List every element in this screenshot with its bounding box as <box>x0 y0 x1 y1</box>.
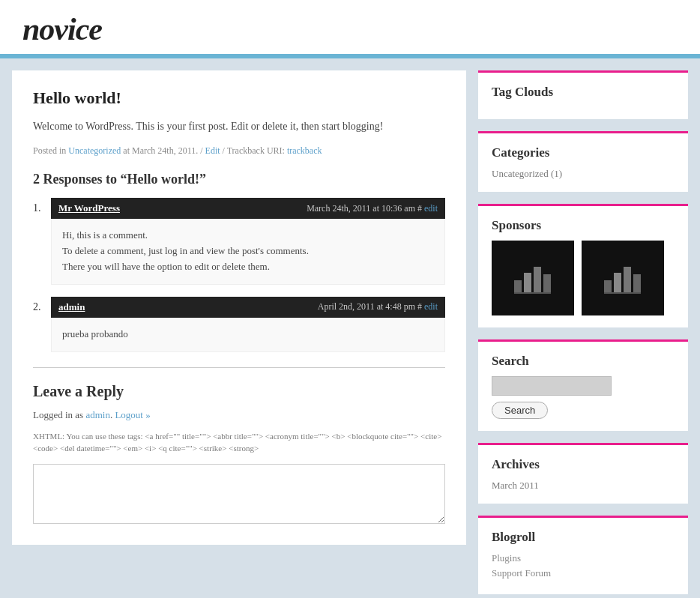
search-button[interactable]: Search <box>492 402 548 419</box>
comment-textarea[interactable] <box>33 464 445 524</box>
blogroll-list: Plugins Support Forum <box>492 552 675 579</box>
comment-meta-1: March 24th, 2011 at 10:36 am # edit <box>307 203 438 214</box>
widget-archives-content: March 2011 <box>492 480 675 492</box>
widget-search-content: Search <box>492 376 675 419</box>
xhtml-note: XHTML: You can use these tags: <a href="… <box>33 430 445 455</box>
widget-categories: Categories Uncategorized (1) <box>478 131 688 192</box>
svg-rect-6 <box>614 273 621 292</box>
comment-edit-2[interactable]: edit <box>424 301 438 312</box>
svg-rect-9 <box>604 292 641 294</box>
comment-edit-1[interactable]: edit <box>424 203 438 214</box>
svg-rect-8 <box>633 274 641 292</box>
post-title: Hello world! <box>33 88 445 108</box>
widget-archives-title: Archives <box>492 457 675 472</box>
svg-rect-0 <box>514 280 522 292</box>
comment-number-1: 1. <box>33 198 51 214</box>
svg-rect-4 <box>514 292 551 294</box>
list-item: Support Forum <box>492 567 675 579</box>
comment-author-2: admin <box>58 301 85 313</box>
comment-body-1: Hi, this is a comment. To delete a comme… <box>51 219 445 284</box>
widget-archives: Archives March 2011 <box>478 443 688 504</box>
blogroll-plugins-link[interactable]: Plugins <box>492 552 521 564</box>
sponsor-barchart-icon-1 <box>510 259 555 297</box>
svg-rect-7 <box>624 267 631 292</box>
svg-rect-3 <box>543 274 551 292</box>
comment-block-1: Mr WordPress March 24th, 2011 at 10:36 a… <box>51 198 445 284</box>
comment-author-1: Mr WordPress <box>58 202 120 214</box>
post-meta-prefix: Posted in <box>33 145 66 156</box>
widget-categories-title: Categories <box>492 145 675 160</box>
comment-body-2: prueba probando <box>51 318 445 352</box>
site-title: novice <box>22 13 678 45</box>
post-meta-trackback-label: / Trackback URI: <box>223 145 287 156</box>
logged-in-as: Logged in as admin. Logout » <box>33 409 445 421</box>
post-category-link[interactable]: Uncategorized <box>68 145 121 156</box>
post-meta-date: at March 24th, 2011. / <box>123 145 202 156</box>
widget-search-title: Search <box>492 354 675 369</box>
comment-meta-2: April 2nd, 2011 at 4:48 pm # edit <box>318 301 438 312</box>
post-meta: Posted in Uncategorized at March 24th, 2… <box>33 145 445 157</box>
widget-sponsors: Sponsors <box>478 204 688 327</box>
comment-block-2: admin April 2nd, 2011 at 4:48 pm # edit … <box>51 297 445 352</box>
sidebar: Tag Clouds Categories Uncategorized (1) … <box>478 70 688 598</box>
reply-title: Leave a Reply <box>33 383 445 400</box>
widget-categories-content: Uncategorized (1) <box>492 168 675 180</box>
blogroll-support-forum-link[interactable]: Support Forum <box>492 567 551 579</box>
comment-hash-1[interactable]: # <box>417 203 422 214</box>
widget-tag-clouds: Tag Clouds <box>478 70 688 119</box>
archive-link-march2011[interactable]: March 2011 <box>492 480 539 491</box>
comment-row-2: 2. admin April 2nd, 2011 at 4:48 pm # ed… <box>33 297 445 352</box>
logout-link[interactable]: Logout » <box>115 409 150 420</box>
comment-header-2: admin April 2nd, 2011 at 4:48 pm # edit <box>51 297 445 318</box>
svg-rect-1 <box>524 273 531 292</box>
widget-sponsors-title: Sponsors <box>492 218 675 233</box>
comment-header-1: Mr WordPress March 24th, 2011 at 10:36 a… <box>51 198 445 219</box>
search-input[interactable] <box>492 376 612 396</box>
sponsor-item-1[interactable] <box>492 241 574 315</box>
site-header: novice <box>0 0 700 54</box>
svg-rect-2 <box>534 267 541 292</box>
content-area: Hello world! Welcome to WordPress. This … <box>0 58 700 598</box>
main-column: Hello world! Welcome to WordPress. This … <box>12 70 466 545</box>
section-divider <box>33 367 445 368</box>
sponsor-barchart-icon-2 <box>600 259 645 297</box>
sponsors-grid <box>492 241 675 315</box>
widget-tag-clouds-title: Tag Clouds <box>492 85 675 100</box>
widget-search: Search Search <box>478 339 688 431</box>
comment-hash-2[interactable]: # <box>417 301 422 312</box>
list-item: Plugins <box>492 552 675 564</box>
widget-blogroll: Blogroll Plugins Support Forum <box>478 516 688 594</box>
widget-blogroll-title: Blogroll <box>492 530 675 545</box>
post-trackback-link[interactable]: trackback <box>287 145 322 156</box>
logged-in-user-link[interactable]: admin <box>85 409 110 420</box>
category-link-uncategorized[interactable]: Uncategorized (1) <box>492 168 562 179</box>
page-wrapper: novice Hello world! Welcome to WordPress… <box>0 0 700 598</box>
svg-rect-5 <box>604 280 612 292</box>
comment-number-2: 2. <box>33 297 51 313</box>
post-content: Welcome to WordPress. This is your first… <box>33 118 445 135</box>
sponsor-item-2[interactable] <box>582 241 664 315</box>
post-edit-link[interactable]: Edit <box>205 145 220 156</box>
comment-row-1: 1. Mr WordPress March 24th, 2011 at 10:3… <box>33 198 445 284</box>
comments-title: 2 Responses to “Hello world!” <box>33 172 445 187</box>
widget-blogroll-content: Plugins Support Forum <box>492 552 675 579</box>
